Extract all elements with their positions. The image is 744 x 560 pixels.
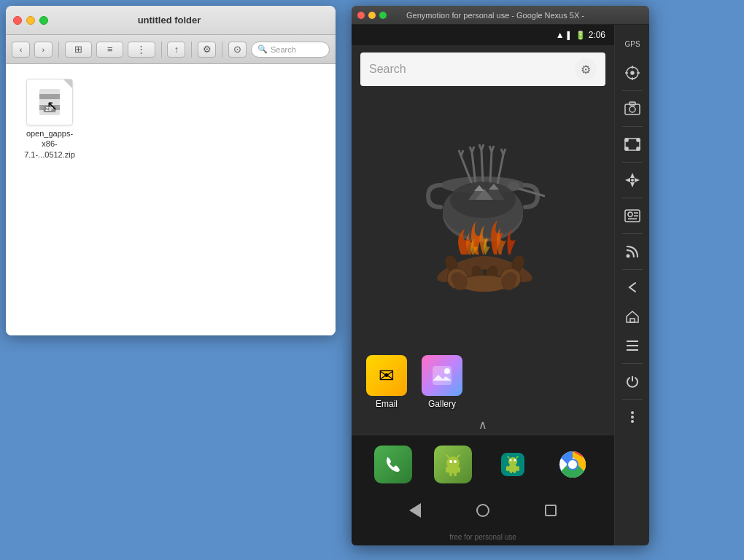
svg-point-57 xyxy=(508,457,517,466)
finder-toolbar: ‹ › ⊞ ≡ ⋮ ↑ ⚙ ⊙ 🔍 Search xyxy=(6,35,336,64)
back-panel-button[interactable] xyxy=(619,274,646,300)
gps-panel-button[interactable]: GPS xyxy=(619,31,646,57)
svg-line-11 xyxy=(481,144,484,150)
files-dock-icon[interactable] xyxy=(434,446,472,483)
svg-rect-53 xyxy=(457,467,460,472)
svg-rect-55 xyxy=(454,472,457,476)
svg-point-91 xyxy=(628,212,632,217)
svg-point-100 xyxy=(631,411,634,414)
svg-marker-85 xyxy=(630,173,635,178)
id-panel-button[interactable] xyxy=(619,203,646,229)
svg-marker-87 xyxy=(625,178,630,182)
campfire-graphic xyxy=(403,141,563,302)
svg-rect-83 xyxy=(625,147,628,150)
email-icon: ✉ xyxy=(366,355,407,396)
tags-button[interactable]: ⊙ xyxy=(228,42,247,58)
navigate-panel-button[interactable] xyxy=(619,167,646,193)
share-button[interactable]: ↑ xyxy=(167,42,185,58)
battery-icon: 🔋 xyxy=(576,31,586,40)
genymotion-panel: GPS xyxy=(614,25,649,545)
svg-rect-52 xyxy=(446,467,449,472)
home-nav-button[interactable] xyxy=(472,499,494,521)
svg-point-101 xyxy=(631,416,634,419)
svg-point-69 xyxy=(568,460,577,469)
panel-separator-2 xyxy=(622,126,643,127)
actions-button[interactable]: ⚙ xyxy=(198,42,216,58)
svg-line-17 xyxy=(503,149,505,155)
android-chevron-row[interactable]: ∧ xyxy=(352,415,614,435)
forward-button[interactable]: › xyxy=(34,42,53,58)
svg-point-95 xyxy=(626,254,629,258)
menu-panel-button[interactable] xyxy=(619,332,646,359)
svg-line-12 xyxy=(490,152,492,184)
svg-marker-88 xyxy=(635,178,640,182)
recent-nav-button[interactable] xyxy=(540,499,562,521)
search-icon: 🔍 xyxy=(257,44,268,54)
genymotion-titlebar: Genymotion for personal use - Google Nex… xyxy=(352,6,649,25)
svg-line-49 xyxy=(446,455,449,457)
svg-rect-62 xyxy=(508,465,517,472)
svg-line-50 xyxy=(457,455,460,457)
svg-rect-81 xyxy=(625,139,628,141)
svg-rect-84 xyxy=(637,147,640,150)
back-button[interactable]: ‹ xyxy=(12,42,30,58)
view-list-button[interactable]: ≡ xyxy=(96,42,123,58)
android-content: Search ⚙ xyxy=(352,45,614,493)
svg-point-78 xyxy=(629,106,635,112)
more-panel-button[interactable] xyxy=(619,404,646,430)
wifi-icon: ▲ xyxy=(556,30,565,40)
android-bottom-dock xyxy=(352,435,614,493)
android-app-row: ✉ Email Gallery xyxy=(352,349,614,415)
gallery-label: Gallery xyxy=(428,399,456,409)
finder-content: ZIP ↖ open_gapps-x86-7.1-...0512.zip xyxy=(6,64,336,335)
toolbar-divider-2 xyxy=(161,42,162,58)
toolbar-divider-4 xyxy=(222,42,222,58)
svg-point-45 xyxy=(444,368,450,374)
phone-dock-icon[interactable] xyxy=(374,446,412,483)
campfire-container xyxy=(352,93,614,349)
genymotion-window: Genymotion for personal use - Google Nex… xyxy=(352,6,649,545)
file-name: open_gapps-x86-7.1-...0512.zip xyxy=(20,128,79,160)
panel-separator-4 xyxy=(622,198,643,198)
svg-rect-54 xyxy=(449,472,452,476)
gps-panel-icon[interactable] xyxy=(619,60,646,86)
file-dog-ear xyxy=(63,79,72,88)
android-dock-icon[interactable] xyxy=(494,446,532,483)
finder-window: untitled folder ‹ › ⊞ ≡ ⋮ ↑ ⚙ ⊙ 🔍 Search… xyxy=(6,6,336,335)
svg-rect-65 xyxy=(510,470,512,473)
home-panel-button[interactable] xyxy=(619,303,646,330)
toolbar-divider-3 xyxy=(191,42,192,58)
svg-line-5 xyxy=(461,150,463,156)
svg-point-47 xyxy=(449,460,452,463)
svg-rect-64 xyxy=(517,466,519,471)
genymotion-title: Genymotion for personal use - Google Nex… xyxy=(352,11,643,20)
android-search-bar[interactable]: Search ⚙ xyxy=(360,52,605,86)
toolbar-search[interactable]: 🔍 Search xyxy=(251,42,330,58)
android-wallpaper: ✉ Email Gallery xyxy=(352,93,614,435)
status-icons: ▲ ▌ 🔋 2:06 xyxy=(556,30,605,40)
svg-marker-86 xyxy=(630,182,635,187)
power-panel-button[interactable] xyxy=(619,368,646,394)
panel-separator-5 xyxy=(622,233,643,234)
zip-graphic: ZIP xyxy=(36,86,63,118)
search-gear-button[interactable]: ⚙ xyxy=(575,58,597,80)
email-app-icon[interactable]: ✉ Email xyxy=(366,355,407,409)
file-item[interactable]: ZIP ↖ open_gapps-x86-7.1-...0512.zip xyxy=(20,79,79,160)
signal-icon: ▌ xyxy=(567,31,573,39)
rss-panel-button[interactable] xyxy=(619,238,646,265)
view-icons-button[interactable]: ⊞ xyxy=(65,42,92,58)
gallery-app-icon[interactable]: Gallery xyxy=(422,355,462,409)
android-navbar xyxy=(352,493,614,528)
view-columns-button[interactable]: ⋮ xyxy=(128,42,155,58)
panel-separator-7 xyxy=(622,363,643,364)
camera-panel-button[interactable] xyxy=(619,96,646,122)
search-input[interactable]: Search xyxy=(369,63,575,76)
chrome-dock-icon[interactable] xyxy=(554,446,592,483)
back-nav-button[interactable] xyxy=(404,499,426,521)
chevron-up-icon: ∧ xyxy=(478,418,487,432)
android-phone: ▲ ▌ 🔋 2:06 Search ⚙ xyxy=(352,25,614,545)
svg-point-89 xyxy=(631,179,634,182)
svg-line-8 xyxy=(472,147,474,152)
svg-point-59 xyxy=(514,459,516,461)
media-panel-button[interactable] xyxy=(619,131,646,158)
